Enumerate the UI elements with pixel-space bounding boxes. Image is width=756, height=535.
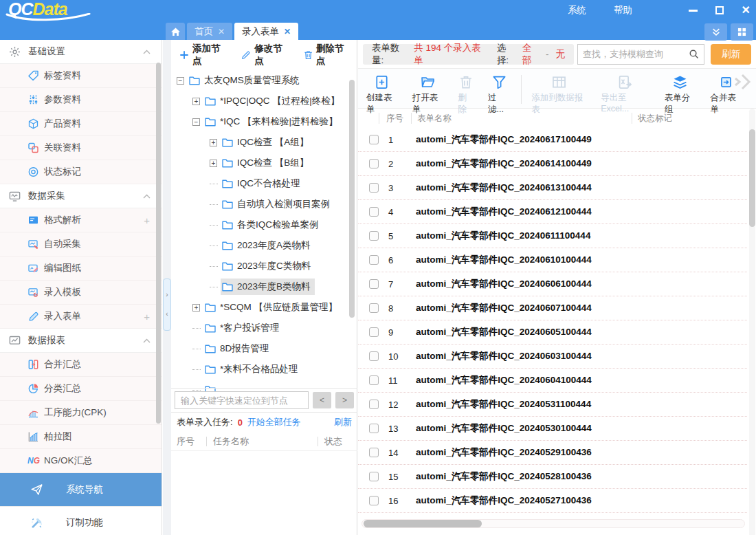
expand-toggle-icon[interactable]: +: [192, 304, 200, 312]
prev-match-button[interactable]: <: [313, 392, 331, 408]
sidebar-item-product-data[interactable]: 产品资料: [0, 112, 162, 136]
table-row[interactable]: 1automi_汽车零部件IQC_20240617100449: [358, 128, 747, 152]
sidebar-item-process-capability-cpk[interactable]: 工序能力(CPK): [0, 401, 162, 425]
tree-node[interactable]: −*IQC 【来料检验|进料检验】: [171, 111, 348, 132]
sidebar-item-merge-summary[interactable]: 合并汇总: [0, 353, 162, 377]
expand-toggle-icon[interactable]: +: [210, 139, 217, 146]
row-checkbox[interactable]: [369, 231, 379, 241]
tree-scrollbar[interactable]: [349, 80, 355, 318]
modify-node-button[interactable]: 修改节点: [241, 43, 287, 67]
sidebar-item-status-mark[interactable]: 状态标记: [0, 160, 162, 184]
table-row[interactable]: 4automi_汽车零部件IQC_20240612100444: [358, 200, 747, 224]
sidebar-item-entry-template[interactable]: 录入模板: [0, 281, 162, 305]
table-row[interactable]: 2automi_汽车零部件IQC_20240614100449: [358, 152, 747, 176]
row-checkbox[interactable]: [369, 183, 379, 193]
select-none-link[interactable]: 无: [556, 48, 566, 61]
tree-node[interactable]: 2023年度A类物料: [171, 235, 348, 256]
table-row[interactable]: 5automi_汽车零部件IQC_20240611100444: [358, 224, 747, 248]
row-checkbox[interactable]: [369, 472, 379, 481]
menu-system[interactable]: 系统: [568, 4, 586, 17]
table-row[interactable]: 8automi_汽车零部件IQC_20240607100444: [358, 296, 747, 320]
sidebar-scrollbar[interactable]: [156, 63, 161, 424]
tree-node[interactable]: *客户投诉管理: [171, 318, 348, 338]
tree-node[interactable]: +*SCQM 【供应链质量管理】: [171, 297, 348, 318]
add-node-button[interactable]: 添加节点: [179, 43, 225, 67]
row-checkbox[interactable]: [369, 448, 379, 457]
table-row[interactable]: 14automi_汽车零部件IQC_20240529100436: [358, 441, 747, 465]
table-horizontal-scrollbar-handle[interactable]: [364, 520, 482, 527]
home-tab-button[interactable]: [166, 23, 185, 40]
select-all-link[interactable]: 全部: [522, 42, 539, 67]
plus-icon[interactable]: +: [144, 312, 150, 322]
minimize-icon[interactable]: [689, 10, 698, 12]
next-match-button[interactable]: >: [335, 392, 354, 408]
tree-node[interactable]: 2023年度C类物料: [171, 256, 348, 276]
table-row[interactable]: 9automi_汽车零部件IQC_20240605100444: [358, 320, 747, 345]
open-form-button[interactable]: 打开表单: [412, 75, 444, 116]
row-checkbox[interactable]: [369, 375, 379, 385]
close-icon[interactable]: ✕: [742, 5, 751, 16]
search-icon[interactable]: [689, 49, 699, 59]
table-vertical-scrollbar-handle[interactable]: [749, 129, 755, 227]
row-checkbox[interactable]: [369, 159, 379, 168]
sidebar-item-auto-collect[interactable]: 自动采集: [0, 232, 162, 256]
sidebar-nav-custom-functions[interactable]: 订制功能: [0, 506, 162, 535]
sidebar-section-data-reports[interactable]: 数据报表: [0, 329, 162, 353]
row-checkbox[interactable]: [369, 255, 379, 265]
collapse-toggle-icon[interactable]: −: [177, 77, 184, 85]
row-checkbox[interactable]: [369, 496, 379, 505]
sidebar-item-edit-drawing[interactable]: 编辑图纸: [0, 256, 162, 281]
tab-homepage[interactable]: 首页 ✕: [187, 23, 232, 40]
collapse-tabs-button[interactable]: [704, 23, 727, 41]
table-row[interactable]: 7automi_汽车零部件IQC_20240606100444: [358, 272, 747, 296]
plus-icon[interactable]: +: [144, 215, 150, 226]
node-search-input[interactable]: [175, 391, 309, 409]
sidebar-item-tag-data[interactable]: 标签资料: [0, 64, 162, 88]
sidebar-item-entry-form[interactable]: 录入表单 +: [0, 305, 162, 329]
table-row[interactable]: 3automi_汽车零部件IQC_20240613100444: [358, 176, 747, 200]
start-all-tasks-link[interactable]: 开始全部任务: [247, 416, 301, 428]
tree-node[interactable]: 各类IQC检验单案例: [171, 215, 348, 235]
expand-toggle-icon[interactable]: +: [210, 160, 217, 167]
form-search-input[interactable]: [583, 49, 689, 59]
sidebar-section-basic-settings[interactable]: 基础设置: [0, 40, 162, 64]
refresh-button[interactable]: 刷新: [711, 44, 751, 65]
tree-node-selected[interactable]: 2023年度B类物料: [171, 276, 348, 297]
tree-node[interactable]: +IQC检查 【A组】: [171, 132, 348, 153]
sidebar-item-pareto-chart[interactable]: 柏拉图: [0, 425, 162, 449]
tree-node[interactable]: 8D报告管理: [171, 338, 348, 359]
merge-form-button[interactable]: 合并表单: [710, 75, 742, 116]
tree-node[interactable]: +*IPQC|OQC 【过程检|终检】: [171, 91, 348, 111]
tab-close-icon[interactable]: ✕: [218, 27, 225, 36]
tree-node[interactable]: *来料不合格品处理: [171, 359, 348, 380]
maximize-icon[interactable]: [715, 6, 724, 14]
table-row[interactable]: 13automi_汽车零部件IQC_20240530100444: [358, 417, 747, 441]
row-checkbox[interactable]: [369, 135, 379, 144]
table-row[interactable]: 15automi_汽车零部件IQC_20240528100436: [358, 465, 747, 489]
tree-node[interactable]: IQC不合格处理: [171, 173, 348, 194]
row-checkbox[interactable]: [369, 303, 379, 313]
row-checkbox[interactable]: [369, 424, 379, 433]
menu-help[interactable]: 帮助: [614, 4, 632, 17]
sidebar-item-parameter-data[interactable]: 参数资料: [0, 88, 162, 112]
table-row[interactable]: 6automi_汽车零部件IQC_20240610100444: [358, 248, 747, 272]
table-row[interactable]: 10automi_汽车零部件IQC_20240603100444: [358, 345, 747, 369]
tree-node[interactable]: −太友QMS质量管理系统: [171, 70, 348, 91]
table-row[interactable]: 11automi_汽车零部件IQC_20240604100444: [358, 369, 747, 393]
table-row[interactable]: 12automi_汽车零部件IQC_20240531100444: [358, 393, 747, 417]
sidebar-section-data-collection[interactable]: 数据采集: [0, 184, 162, 208]
create-form-button[interactable]: 创建表单: [366, 75, 398, 116]
row-checkbox[interactable]: [369, 207, 379, 217]
row-checkbox[interactable]: [369, 400, 379, 409]
tab-close-icon[interactable]: ✕: [284, 27, 291, 36]
row-checkbox[interactable]: [369, 351, 379, 361]
delete-node-button[interactable]: 删除节点: [304, 43, 348, 67]
row-checkbox[interactable]: [369, 279, 379, 289]
collapse-toggle-icon[interactable]: −: [192, 118, 200, 126]
sidebar-item-category-summary[interactable]: 分类汇总: [0, 377, 162, 401]
sidebar-item-format-parse[interactable]: 格式解析 +: [0, 208, 162, 232]
sidebar-item-related-data[interactable]: 关联资料: [0, 136, 162, 160]
name-column-header[interactable]: 表单名称: [412, 113, 632, 124]
tab-form-entry[interactable]: 录入表单 ✕: [234, 23, 298, 40]
tree-node[interactable]: 自动填入检测项目案例: [171, 194, 348, 215]
